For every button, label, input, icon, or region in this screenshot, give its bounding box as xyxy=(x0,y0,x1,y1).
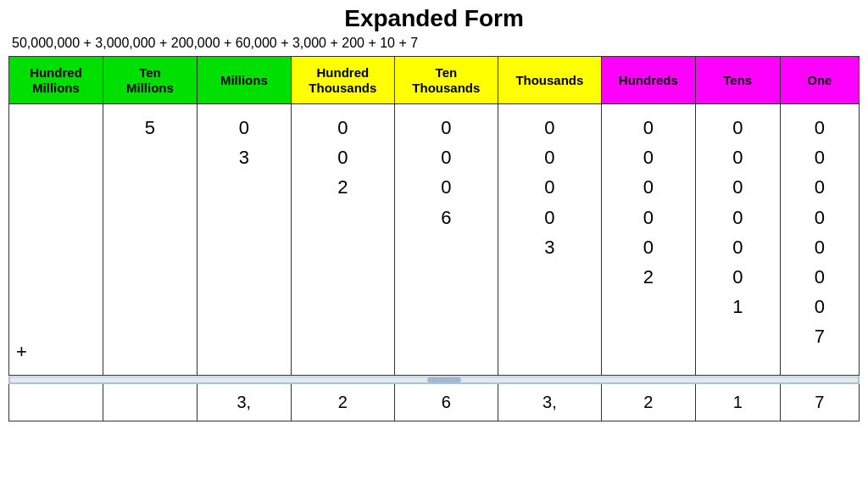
header-row: HundredMillions TenMillions Millions Hun… xyxy=(9,57,860,104)
col-header-one: One xyxy=(780,57,859,104)
cell-ten-thousands-data: 0006 xyxy=(394,104,498,376)
cell-thousands-data: 00003 xyxy=(498,104,601,376)
cell-hundred-millions-data: + xyxy=(9,104,103,376)
page: Expanded Form 50,000,000 + 3,000,000 + 2… xyxy=(0,0,868,427)
bottom-cell-ten-thousands: 6 xyxy=(394,384,498,421)
scrollbar-thumb[interactable] xyxy=(427,377,461,382)
bottom-cell-ten-millions xyxy=(103,384,197,421)
scrollbar-row xyxy=(9,376,860,384)
equation-text: 50,000,000 + 3,000,000 + 200,000 + 60,00… xyxy=(8,36,860,51)
bottom-cell-hundred-thousands: 2 xyxy=(291,384,394,421)
page-title: Expanded Form xyxy=(8,5,860,32)
bottom-cell-one: 7 xyxy=(780,384,859,421)
bottom-cell-hundred-millions xyxy=(9,384,103,421)
cell-tens-data: 0000001 xyxy=(695,104,780,376)
col-header-millions: Millions xyxy=(197,57,291,104)
cell-hundreds-data: 000002 xyxy=(601,104,695,376)
col-header-ten-millions: TenMillions xyxy=(103,57,197,104)
col-header-ten-thousands: TenThousands xyxy=(394,57,498,104)
cell-hundred-thousands-data: 002 xyxy=(291,104,394,376)
col-header-tens: Tens xyxy=(695,57,780,104)
expanded-form-table: HundredMillions TenMillions Millions Hun… xyxy=(8,56,860,421)
bottom-cell-hundreds: 2 xyxy=(601,384,695,421)
bottom-row: 3, 2 6 3, 2 1 7 xyxy=(9,384,860,421)
cell-ten-millions-data: 5 xyxy=(103,104,197,376)
plus-symbol: + xyxy=(16,337,27,366)
col-header-hundreds: Hundreds xyxy=(601,57,695,104)
cell-one-data: 00000007 xyxy=(780,104,859,376)
col-header-hundred-thousands: HundredThousands xyxy=(291,57,394,104)
cell-millions-data: 03 xyxy=(197,104,291,376)
data-row: + 5 03 002 0006 00003 000002 0000001 000… xyxy=(9,104,860,376)
bottom-cell-millions: 3, xyxy=(197,384,291,421)
bottom-cell-tens: 1 xyxy=(695,384,780,421)
col-header-thousands: Thousands xyxy=(498,57,601,104)
bottom-cell-thousands: 3, xyxy=(498,384,601,421)
scrollbar[interactable] xyxy=(9,377,859,383)
col-header-hundred-millions: HundredMillions xyxy=(9,57,103,104)
